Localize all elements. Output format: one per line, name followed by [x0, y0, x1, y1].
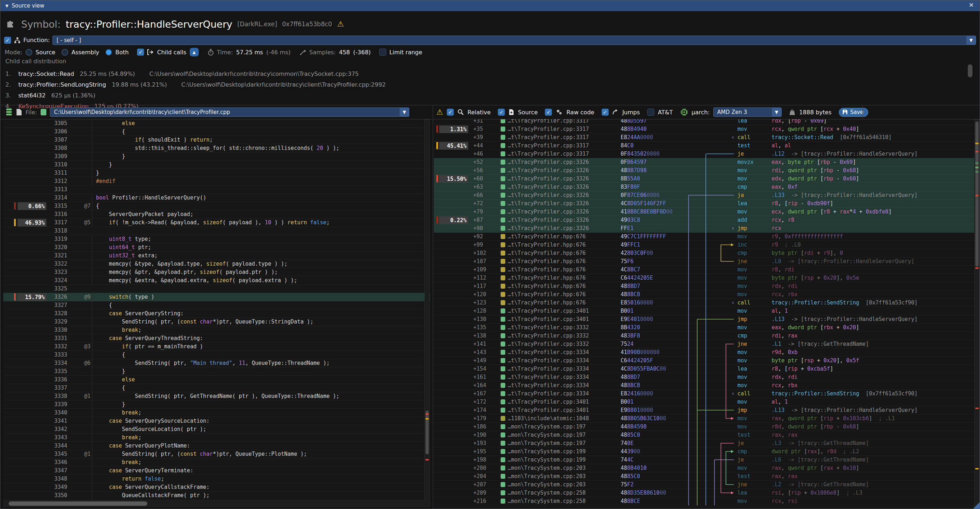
asm-mnemonic[interactable]: mov	[737, 356, 769, 365]
asm-mnemonic[interactable]: jmp	[737, 315, 769, 323]
asm-mnemonic[interactable]: lea	[737, 119, 769, 125]
source-line-row[interactable]: 3310 }	[3, 161, 430, 169]
child-calls-checkbox[interactable]: ✓	[137, 49, 144, 56]
asm-mnemonic[interactable]: mov	[737, 166, 769, 175]
radio-source-label[interactable]: Source	[36, 49, 55, 56]
source-line-row[interactable]: 3323 memcpy( &ptr, &payload.ptr, sizeof(…	[3, 268, 430, 277]
asm-source-location[interactable]: …t\TracyProfiler.hpp:676	[508, 232, 616, 241]
line-number[interactable]: 3318	[54, 227, 67, 235]
asm-source-location[interactable]: …t\TracyProfiler.cpp:3334	[508, 356, 616, 365]
asm-mnemonic[interactable]: inc	[737, 241, 769, 249]
asm-mnemonic[interactable]: mov	[737, 208, 769, 216]
source-line-row[interactable]: 3341 case ServerQuerySourceLocation:	[3, 417, 430, 425]
asm-mnemonic[interactable]: mov	[737, 398, 769, 406]
asm-source-location[interactable]: …t\TracyProfiler.cpp:3326	[508, 175, 616, 183]
asm-mnemonic[interactable]: jmp	[737, 406, 769, 414]
chevron-down-icon[interactable]: ▼	[966, 36, 976, 45]
source-line-row[interactable]: 3328 case ServerQueryString:	[3, 310, 430, 318]
line-number[interactable]: 3306	[54, 127, 67, 136]
radio-both-label[interactable]: Both	[115, 49, 129, 56]
att-label[interactable]: AT&T	[658, 109, 673, 116]
source-line-row[interactable]: 3342 SendSourceLocation( ptr );	[3, 425, 430, 434]
line-number[interactable]: 3347	[54, 466, 67, 475]
symbol-warning-icon[interactable]: ⚠	[337, 20, 344, 29]
line-number[interactable]: 3346	[54, 458, 67, 466]
asm-source-location[interactable]: …t\TracyProfiler.cpp:3401	[508, 307, 616, 315]
source-line-row[interactable]: 3309 }	[3, 153, 430, 161]
child-call-row[interactable]: 3.stat64i32625 µs (1.36%)	[5, 90, 386, 101]
asm-source-location[interactable]: …t\TracyProfiler.hpp:676	[508, 241, 616, 249]
line-number[interactable]: 3350	[54, 492, 67, 499]
asm-mnemonic[interactable]: mov	[737, 232, 769, 241]
radio-assembly[interactable]	[62, 49, 68, 56]
asm-mnemonic[interactable]: call	[737, 299, 769, 307]
asm-source-location[interactable]: …t\TracyProfiler.hpp:676	[508, 290, 616, 299]
asm-mnemonic[interactable]: mov	[737, 373, 769, 382]
relative-checkbox[interactable]: ✓	[447, 108, 454, 116]
asm-source-location[interactable]: …mon\TracySystem.cpp:197	[508, 439, 616, 447]
line-number[interactable]: 3311	[54, 169, 67, 177]
function-checkbox[interactable]: ✓	[4, 37, 11, 44]
asm-source-location[interactable]: …t\TracyProfiler.cpp:3332	[508, 323, 616, 332]
relative-label[interactable]: Relative	[468, 109, 491, 116]
asm-mnemonic[interactable]: mov	[737, 175, 769, 183]
asm-source-location[interactable]: …mon\TracySystem.cpp:197	[508, 423, 616, 431]
asm-mnemonic[interactable]: movzx	[737, 158, 769, 166]
asm-source-location[interactable]: …t\TracyProfiler.cpp:3317	[508, 142, 616, 150]
source-line-row[interactable]: 3313	[3, 186, 430, 194]
source-line-row[interactable]: 3311}	[3, 169, 430, 177]
asm-mnemonic[interactable]: mov	[737, 290, 769, 299]
asm-source-location[interactable]: …t\TracyProfiler.cpp:3332	[508, 332, 616, 340]
line-number[interactable]: 3335	[54, 367, 67, 375]
asm-source-location[interactable]: …t\TracyProfiler.hpp:676	[508, 299, 616, 307]
asm-source-location[interactable]: …t\TracyProfiler.cpp:3317	[508, 150, 616, 158]
asm-source-location[interactable]: …t\TracyProfiler.cpp:3401	[508, 398, 616, 406]
asm-source-location[interactable]: …t\TracyProfiler.cpp:3317	[508, 125, 616, 134]
source-line-row[interactable]: 15.79%3326@9 switch( type )	[3, 293, 430, 301]
assembly-scrollbar[interactable]	[974, 119, 980, 509]
scrollbar-thumb[interactable]	[425, 410, 429, 454]
source-line-row[interactable]: 3322 memcpy( &type, &payload.type, sizeo…	[3, 260, 430, 268]
line-number[interactable]: 3308	[54, 144, 67, 153]
source-line-row[interactable]: 3308 std::this_thread::sleep_for( std::c…	[3, 144, 430, 153]
asm-mnemonic[interactable]: mov	[737, 423, 769, 431]
radio-both[interactable]	[105, 49, 112, 56]
asm-source-location[interactable]: …t\TracyProfiler.hpp:676	[508, 258, 616, 266]
collapse-distribution-button[interactable]: ▲	[190, 48, 199, 56]
asm-source-location[interactable]: …t\TracyProfiler.cpp:3334	[508, 348, 616, 356]
source-line-row[interactable]: 3335 }	[3, 367, 430, 375]
source-label[interactable]: Source	[518, 109, 538, 116]
asm-mnemonic[interactable]: lea	[737, 489, 769, 497]
raw-code-label[interactable]: Raw code	[566, 109, 594, 116]
source-line-row[interactable]: 3338@1 SendString( ptr, GetThreadName( p…	[3, 392, 430, 401]
source-line-row[interactable]: 3343 break;	[3, 434, 430, 442]
line-number[interactable]: 3348	[54, 475, 67, 483]
asm-source-location[interactable]: …mon\TracySystem.cpp:199	[508, 456, 616, 464]
asm-mnemonic[interactable]: mov	[737, 414, 769, 423]
line-number[interactable]: 3309	[54, 153, 67, 161]
asm-source-location[interactable]: …mon\TracySystem.cpp:203	[508, 480, 616, 489]
source-line-row[interactable]: 3307 if( shouldExit ) return;	[3, 136, 430, 144]
asm-mnemonic[interactable]: mov	[737, 282, 769, 290]
source-line-row[interactable]: 3320 uint64_t ptr;	[3, 243, 430, 251]
child-calls-label[interactable]: Child calls	[157, 49, 186, 56]
asm-mnemonic[interactable]: cmp	[737, 183, 769, 191]
line-number[interactable]: 3312	[54, 177, 67, 186]
source-line-row[interactable]: 3331 case ServerQueryThreadString:	[3, 334, 430, 343]
line-number[interactable]: 3319	[54, 235, 67, 243]
source-line-row[interactable]: 3306 {	[3, 127, 430, 136]
line-number[interactable]: 3310	[54, 161, 67, 169]
asm-mnemonic[interactable]: lea	[737, 199, 769, 208]
asm-source-location[interactable]: …t\TracyProfiler.cpp:3326	[508, 199, 616, 208]
source-line-row[interactable]: 3334@6 SendString( ptr, "Main thread", 1…	[3, 359, 430, 367]
att-checkbox[interactable]	[647, 108, 654, 116]
source-line-row[interactable]: 3316 ServerQueryPacket payload;	[3, 210, 430, 219]
line-number[interactable]: 3329	[54, 318, 67, 326]
function-dropdown[interactable]: [ - self - ] ▼	[52, 36, 976, 45]
asm-source-location[interactable]: …t\TracyProfiler.cpp:3317	[508, 134, 616, 142]
save-button[interactable]: Save	[839, 108, 868, 117]
source-line-row[interactable]: 3329 SendString( ptr, (const char*)ptr, …	[3, 318, 430, 326]
asm-source-location[interactable]: …t\TracyProfiler.cpp:3334	[508, 390, 616, 398]
asm-source-location[interactable]: …t\TracyProfiler.cpp:3326	[508, 191, 616, 199]
asm-source-location[interactable]: …t\TracyProfiler.cpp:3334	[508, 382, 616, 390]
